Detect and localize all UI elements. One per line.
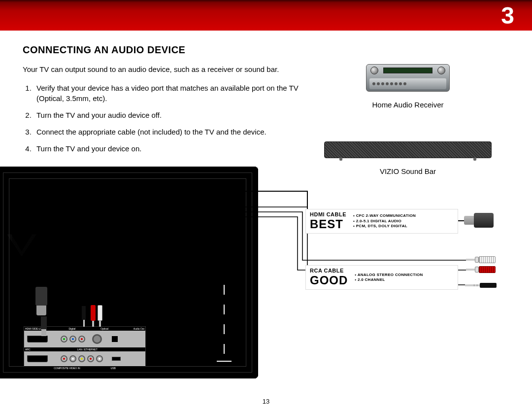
chapter-number: 3 (501, 2, 514, 29)
receiver-caption: Home Audio Receiver (372, 101, 443, 109)
hdmi-arc-port-icon (27, 355, 48, 362)
hdmi-callout: HDMI CABLE BEST CFC 2-WAY COMMUNICATION … (305, 209, 458, 234)
tv-back-illustration: HDMI SIDE-LCDDigitalOpticalAudio Out ARC… (0, 167, 258, 378)
rca-white-plug-icon (98, 305, 102, 327)
content-area: CONNECTING AN AUDIO DEVICE Your TV can o… (0, 31, 532, 187)
aux-plug-right-icon (465, 283, 497, 288)
rca-red-plug-right-icon (466, 266, 496, 273)
hdmi-bullet: PCM, DTS, DOLY DIGITAL (353, 224, 416, 229)
rca-bullet: ANALOG STEREO CONNECTION (355, 273, 423, 277)
hdmi-bullet: 2.0-5.1 DIGITAL AUDIO (353, 219, 416, 224)
rca-bullet: 2.0 CHANNEL (355, 277, 423, 282)
rca-port-icon (61, 355, 67, 362)
vizio-logo-icon (2, 231, 41, 260)
intro-paragraph: Your TV can output sound to an audio dev… (23, 65, 303, 74)
rca-white-plug-right-icon (466, 256, 496, 263)
connection-diagram: HDMI SIDE-LCDDigitalOpticalAudio Out ARC… (0, 167, 532, 383)
rca-port-icon (78, 355, 85, 362)
soundbar-illustration (324, 141, 492, 158)
rca-green-port-icon (61, 336, 67, 342)
rca-callout: RCA CABLE GOOD ANALOG STEREO CONNECTION … (305, 265, 458, 290)
hdmi-plug-icon (35, 287, 47, 315)
steps-list: Verify that your device has a video port… (23, 83, 303, 154)
rca-port-icon (69, 355, 76, 362)
receiver-illustration (366, 64, 450, 92)
step-item: Turn the TV and your audio device off. (33, 110, 303, 120)
rca-port-icon (96, 355, 103, 362)
rca-callout-rating: GOOD (310, 274, 348, 287)
optical-port-icon (112, 336, 118, 342)
hdmi-callout-rating: BEST (310, 217, 346, 231)
hdmi-callout-title: HDMI CABLE (310, 211, 346, 217)
hdmi-bullet: CFC 2-WAY COMMUNICATION (353, 213, 416, 218)
footer-note: Note: The image shown here is for illust… (5, 393, 251, 404)
page-number: 13 (263, 398, 269, 405)
step-item: Connect the appropriate cable (not inclu… (33, 127, 303, 137)
step-item: Turn the TV and your device on. (33, 144, 303, 154)
rca-callout-title: RCA CABLE (310, 268, 348, 274)
section-heading: CONNECTING AN AUDIO DEVICE (23, 44, 303, 56)
chapter-header: 3 (0, 0, 532, 31)
rca-port-icon (87, 355, 94, 362)
text-column: CONNECTING AN AUDIO DEVICE Your TV can o… (23, 44, 303, 187)
step-item: Verify that your device has a video port… (33, 83, 303, 103)
usb-port-icon (112, 357, 121, 361)
device-illustrations: Home Audio Receiver VIZIO Sound Bar (303, 44, 512, 187)
aux-plug-icon (82, 306, 86, 327)
usb-plug-icon (41, 316, 47, 336)
rca-blue-port-icon (69, 336, 76, 342)
rca-red-port-icon (78, 336, 85, 342)
hdmi-plug-right-icon (464, 213, 494, 228)
rca-red-plug-icon (91, 305, 96, 327)
coax-port-icon (92, 334, 102, 344)
hdmi-port-icon (27, 336, 48, 342)
